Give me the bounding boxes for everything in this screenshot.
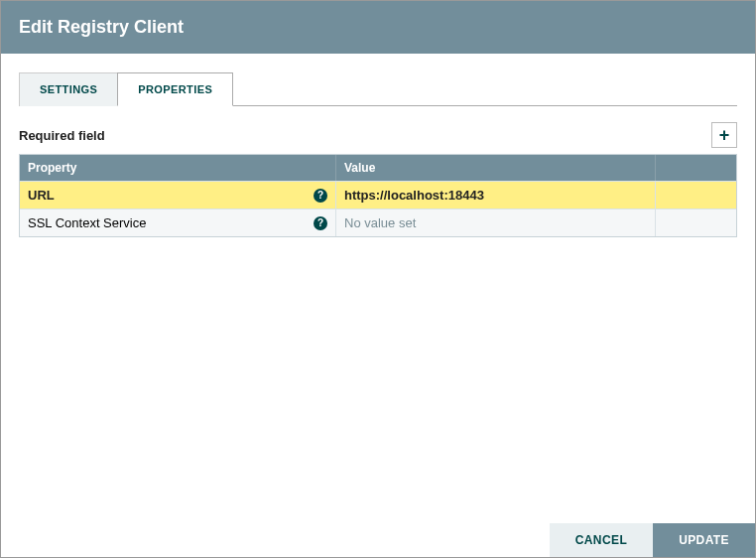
property-value: https://localhost:18443 bbox=[344, 188, 484, 203]
cancel-button[interactable]: CANCEL bbox=[550, 523, 653, 557]
dialog-body: SETTINGS PROPERTIES Required field + Pro… bbox=[1, 54, 755, 523]
table-row[interactable]: URL ? https://localhost:18443 bbox=[20, 181, 736, 209]
table-header: Property Value bbox=[20, 155, 736, 181]
property-cell: URL ? bbox=[20, 182, 335, 209]
plus-icon: + bbox=[719, 125, 730, 146]
required-field-label: Required field bbox=[19, 128, 105, 143]
required-field-row: Required field + bbox=[19, 122, 737, 148]
properties-table: Property Value URL ? https://localhost:1… bbox=[19, 154, 737, 237]
dialog-footer: CANCEL UPDATE bbox=[1, 523, 755, 557]
help-icon[interactable]: ? bbox=[314, 189, 327, 203]
header-value: Value bbox=[335, 155, 655, 181]
add-property-button[interactable]: + bbox=[711, 122, 737, 148]
dialog-title: Edit Registry Client bbox=[1, 1, 755, 54]
property-value: No value set bbox=[344, 215, 416, 230]
help-icon[interactable]: ? bbox=[314, 216, 327, 230]
property-name: SSL Context Service bbox=[28, 215, 146, 230]
tab-bar: SETTINGS PROPERTIES bbox=[19, 71, 737, 106]
tab-settings[interactable]: SETTINGS bbox=[19, 72, 118, 106]
property-cell: SSL Context Service ? bbox=[20, 209, 335, 236]
tab-properties[interactable]: PROPERTIES bbox=[117, 72, 233, 106]
actions-cell bbox=[655, 209, 736, 236]
property-name: URL bbox=[28, 188, 55, 203]
value-cell[interactable]: No value set bbox=[335, 209, 655, 236]
actions-cell bbox=[655, 182, 736, 209]
table-row[interactable]: SSL Context Service ? No value set bbox=[20, 209, 736, 236]
update-button[interactable]: UPDATE bbox=[653, 523, 755, 557]
header-property: Property bbox=[20, 155, 335, 181]
edit-registry-client-dialog: Edit Registry Client SETTINGS PROPERTIES… bbox=[0, 0, 756, 558]
value-cell[interactable]: https://localhost:18443 bbox=[335, 182, 655, 209]
header-actions bbox=[655, 155, 736, 181]
